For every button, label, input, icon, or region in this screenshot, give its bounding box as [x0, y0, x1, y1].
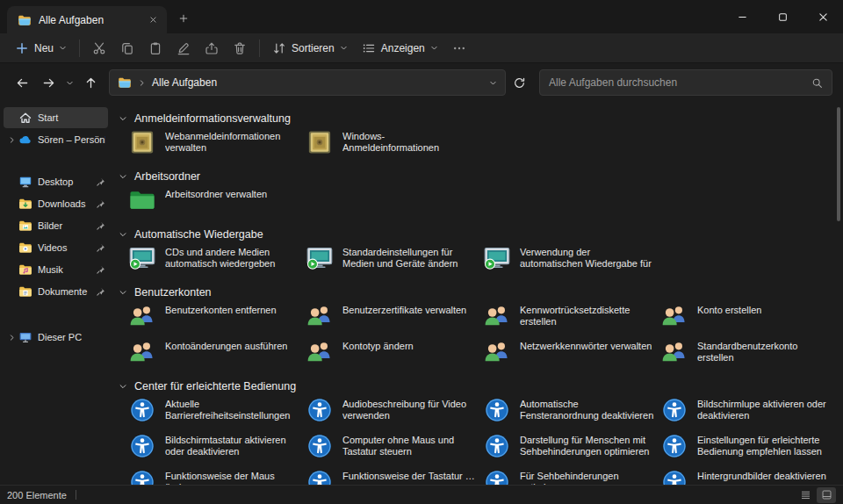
task-item[interactable]: Funktionsweise der Maus änd… [127, 470, 299, 485]
recent-locations-button[interactable] [61, 69, 77, 96]
group-title: Arbeitsordner [134, 170, 200, 183]
group-items: Arbeitsordner verwalten [119, 188, 831, 219]
share-button[interactable] [198, 36, 225, 61]
task-item[interactable]: Standardeinstellungen für Medien und Ger… [305, 246, 477, 277]
task-label: Automatische Fensteranordnung deaktivier… [520, 398, 654, 421]
task-label: Hintergrundbilder deaktivieren [697, 470, 826, 482]
search-input[interactable] [549, 76, 811, 89]
task-item[interactable]: Einstellungen für erleichterte Bedienung… [659, 434, 832, 464]
chevron-down-icon [59, 44, 67, 52]
group-header[interactable]: Automatische Wiedergabe [119, 227, 831, 241]
task-group-1: ArbeitsordnerArbeitsordner verwalten [119, 169, 831, 219]
task-label: Kennwortrücksetzdiskette erstellen [520, 304, 654, 328]
task-item[interactable]: Automatische Fensteranordnung deaktivier… [482, 398, 654, 428]
sidebar-item-dieser-pc[interactable]: Dieser PC [4, 327, 108, 348]
more-icon [452, 41, 466, 55]
task-item[interactable]: Kontoänderungen ausführen [127, 340, 299, 371]
task-item[interactable]: Kontotyp ändern [305, 340, 477, 371]
accessibility-icon [305, 434, 335, 458]
task-item[interactable]: Für Sehbehinderungen optimi… [482, 470, 654, 485]
task-item[interactable]: Bildschirmlupe aktivieren oder deaktivie… [659, 398, 832, 428]
refresh-button[interactable] [506, 69, 532, 96]
task-label: Einstellungen für erleichterte Bedienung… [697, 434, 832, 457]
task-item[interactable]: CDs und andere Medien automatisch wieder… [127, 246, 299, 277]
up-arrow-icon [84, 76, 97, 90]
new-button[interactable]: Neu [9, 36, 73, 61]
minimize-button[interactable] [722, 0, 762, 33]
task-item[interactable]: Aktuelle Barrierefreiheitseinstellungen … [127, 398, 299, 428]
back-button[interactable] [9, 69, 35, 96]
chevron-spacer [6, 112, 17, 123]
task-item[interactable]: Funktionsweise der Tastatur … [305, 470, 477, 485]
task-group-2: Automatische WiedergabeCDs und andere Me… [119, 227, 831, 277]
address-dropdown-icon[interactable] [489, 79, 497, 87]
sidebar-item-soeren-persoenlich[interactable]: Sören – Persönlich [4, 129, 108, 150]
sidebar-item-musik[interactable]: Musik [4, 259, 108, 280]
documents-icon [18, 284, 32, 299]
delete-button[interactable] [227, 36, 253, 61]
sidebar-item-bilder[interactable]: Bilder [4, 215, 108, 236]
more-options-button[interactable] [446, 36, 472, 61]
task-item[interactable]: Konto erstellen [659, 304, 832, 335]
rename-button[interactable] [170, 36, 197, 61]
task-item[interactable]: Standardbenutzerkonto erstellen [659, 340, 832, 371]
group-header[interactable]: Center für erleichterte Bedienung [119, 378, 831, 393]
chevron-spacer [6, 242, 17, 253]
task-group-4: Center für erleichterte BedienungAktuell… [119, 378, 831, 485]
view-button[interactable]: Anzeigen [356, 36, 444, 61]
sidebar-item-videos[interactable]: Videos [4, 237, 108, 258]
task-label: Konto erstellen [697, 304, 761, 316]
sidebar-item-start[interactable]: Start [4, 107, 108, 128]
task-item[interactable]: Kennwortrücksetzdiskette erstellen [482, 304, 654, 335]
task-item[interactable]: Benutzerzertifikate verwalten [305, 304, 477, 335]
sort-button[interactable]: Sortieren [266, 36, 354, 61]
task-item[interactable]: Verwendung der automatischen Wiedergabe … [482, 246, 654, 277]
task-item[interactable]: Hintergrundbilder deaktivieren [659, 470, 832, 485]
search-box[interactable] [539, 69, 832, 96]
task-item[interactable]: Windows-Anmeldeinformationen verwalten [305, 130, 477, 161]
large-icons-view-button[interactable] [817, 487, 836, 503]
expand-chevron-icon[interactable] [6, 134, 17, 145]
vault-icon [127, 130, 157, 155]
accessibility-icon [127, 398, 157, 422]
up-button[interactable] [77, 69, 104, 96]
task-label: Kontoänderungen ausführen [165, 340, 287, 352]
sidebar-item-desktop[interactable]: Desktop [4, 171, 108, 192]
collapse-chevron-icon [119, 382, 127, 391]
task-item[interactable]: Arbeitsordner verwalten [127, 188, 299, 219]
breadcrumb[interactable]: Alle Aufgaben [152, 76, 217, 89]
close-button[interactable] [803, 0, 843, 33]
chevron-spacer [6, 198, 17, 209]
group-header[interactable]: Anmeldeinformationsverwaltung [119, 111, 831, 126]
sidebar-item-downloads[interactable]: Downloads [4, 193, 108, 214]
downloads-icon [18, 197, 32, 211]
group-title: Benutzerkonten [134, 286, 212, 299]
address-bar[interactable]: Alle Aufgaben [109, 69, 506, 96]
explorer-tab[interactable]: Alle Aufgaben [7, 6, 167, 33]
sidebar-item-dokumente[interactable]: Dokumente [4, 281, 108, 302]
cut-button[interactable] [86, 36, 112, 61]
task-item[interactable]: Netzwerkkennwörter verwalten [482, 340, 654, 371]
paste-button[interactable] [142, 36, 169, 61]
group-header[interactable]: Arbeitsordner [119, 169, 831, 184]
details-view-button[interactable] [796, 487, 815, 503]
status-item-count: 200 Elemente [7, 490, 67, 500]
vertical-scrollbar[interactable] [837, 107, 840, 221]
forward-button[interactable] [35, 69, 61, 96]
breadcrumb-chevron-icon [138, 79, 146, 87]
copy-button[interactable] [114, 36, 140, 61]
tab-title: Alle Aufgaben [39, 14, 137, 26]
task-item[interactable]: Audiobeschreibung für Video verwenden [305, 398, 477, 428]
maximize-button[interactable] [762, 0, 803, 33]
task-item[interactable]: Bildschirmtastatur aktivieren oder deakt… [127, 434, 299, 464]
expand-chevron-icon[interactable] [6, 332, 17, 342]
task-item[interactable]: Darstellung für Menschen mit Sehbehinder… [482, 434, 654, 464]
task-item[interactable]: Computer ohne Maus und Tastatur steuern [305, 434, 477, 464]
status-bar: 200 Elemente [0, 485, 843, 504]
accessibility-icon [659, 434, 689, 458]
tab-close-button[interactable] [144, 11, 162, 29]
task-item[interactable]: Benutzerkonten entfernen [127, 304, 299, 335]
task-item[interactable]: Webanmeldeinformationen verwalten [127, 130, 299, 161]
new-tab-button[interactable] [172, 7, 195, 30]
group-header[interactable]: Benutzerkonten [119, 284, 831, 299]
